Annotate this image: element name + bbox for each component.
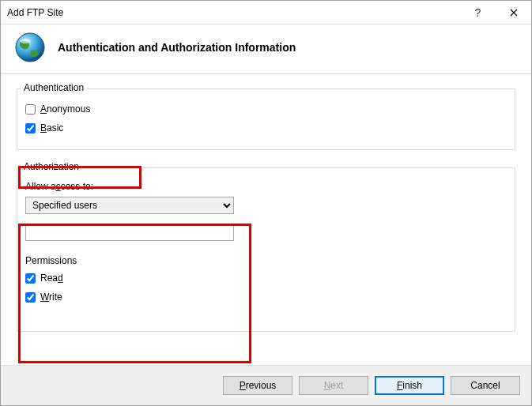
allow-access-combo[interactable]: Specified users [25,197,234,214]
read-checkbox[interactable] [25,273,36,284]
close-button[interactable] [496,1,531,24]
authentication-group: Authentication Anonymous Basic [17,88,515,150]
wizard-content: Authentication Anonymous Basic Authoriza… [1,73,531,366]
next-button: Next [299,376,368,395]
window-title: Add FTP Site [7,7,460,18]
basic-label[interactable]: Basic [40,122,63,133]
cancel-button[interactable]: Cancel [451,376,520,395]
read-label[interactable]: Read [40,273,63,284]
svg-point-0 [16,33,44,62]
basic-checkbox[interactable] [25,123,36,133]
close-icon [510,9,518,17]
anonymous-label[interactable]: Anonymous [40,103,90,115]
authentication-legend: Authentication [21,82,87,93]
wizard-window: Add FTP Site ? Authentication and Author… [0,0,532,406]
authorization-legend: Authorization [21,161,82,172]
allow-access-label: Allow access to: [25,181,507,192]
write-checkbox[interactable] [25,292,36,303]
previous-button[interactable]: Previous [223,376,292,395]
help-button[interactable]: ? [460,1,496,24]
finish-button[interactable]: Finish [375,376,444,395]
page-title: Authentication and Authorization Informa… [58,41,296,54]
wizard-footer: Previous Next Finish Cancel [1,366,531,405]
authorization-group: Authorization Allow access to: Specified… [17,167,515,332]
anonymous-checkbox[interactable] [25,104,36,115]
write-label[interactable]: Write [40,291,62,303]
svg-point-1 [20,39,31,43]
wizard-header: Authentication and Authorization Informa… [1,24,531,73]
titlebar: Add FTP Site ? [1,1,531,24]
permissions-label: Permissions [25,255,507,266]
globe-icon [13,31,47,64]
specified-users-textbox[interactable] [25,224,234,241]
